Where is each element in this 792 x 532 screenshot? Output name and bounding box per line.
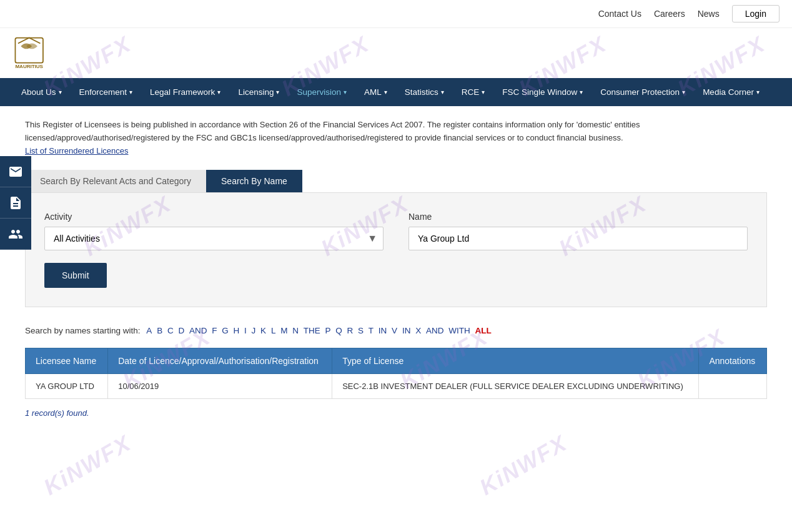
header: MAURITIUS [0, 28, 792, 78]
name-label: Name [408, 212, 748, 222]
fsc-logo: MAURITIUS [12, 34, 62, 72]
alpha-links-container: A B C D AND F G H I J K L M N THE P Q R … [145, 326, 492, 335]
alpha-link-all[interactable]: ALL [475, 326, 491, 335]
nav-item-supervision[interactable]: Supervision▾ [288, 78, 355, 106]
document-icon-btn[interactable] [0, 187, 31, 219]
page-content: This Register of Licensees is being publ… [0, 106, 792, 430]
alpha-link-j[interactable]: J [252, 326, 256, 335]
chevron-down-icon: ▾ [129, 89, 132, 96]
nav-item-aml[interactable]: AML▾ [355, 78, 396, 106]
alpha-link-d[interactable]: D [178, 326, 184, 335]
alpha-link-with[interactable]: WITH [448, 326, 470, 335]
nav-item-licensing[interactable]: Licensing▾ [229, 78, 288, 106]
table-body: YA GROUP LTD10/06/2019SEC-2.1B INVESTMEN… [26, 374, 767, 399]
alpha-link-b[interactable]: B [157, 326, 162, 335]
alpha-link-t[interactable]: T [369, 326, 374, 335]
activity-group: Activity All Activities ▼ [44, 212, 384, 250]
table-cell: SEC-2.1B INVESTMENT DEALER (FULL SERVICE… [332, 374, 699, 399]
alpha-link-n[interactable]: N [292, 326, 299, 335]
alpha-link-s[interactable]: S [358, 326, 364, 335]
alpha-link-m[interactable]: M [280, 326, 287, 335]
document-icon [8, 195, 23, 210]
chevron-down-icon: ▾ [441, 89, 444, 96]
alpha-link-x[interactable]: X [415, 326, 421, 335]
group-icon [8, 227, 23, 242]
group-icon-btn[interactable] [0, 219, 31, 250]
alpha-link-i[interactable]: I [244, 326, 247, 335]
email-icon-btn[interactable] [0, 156, 31, 187]
tab-search-by-name[interactable]: Search By Name [206, 170, 302, 192]
nav-item-consumer-protection[interactable]: Consumer Protection▾ [592, 78, 694, 106]
alpha-link-k[interactable]: K [260, 326, 266, 335]
alpha-link-h[interactable]: H [234, 326, 240, 335]
col-header: Licensee Name [26, 348, 108, 374]
tab-acts-category[interactable]: Search By Relevant Acts and Category [25, 170, 206, 192]
name-group: Name [408, 212, 748, 250]
activity-select[interactable]: All Activities [44, 227, 384, 250]
activity-select-wrapper: All Activities ▼ [44, 227, 384, 250]
col-header: Date of Licence/Approval/Authorisation/R… [108, 348, 332, 374]
alpha-search-prefix: Search by names starting with: [25, 326, 141, 335]
table-cell: YA GROUP LTD [26, 374, 108, 399]
chevron-down-icon: ▾ [217, 89, 220, 96]
alpha-link-q[interactable]: Q [335, 326, 342, 335]
nav-item-media-corner[interactable]: Media Corner▾ [694, 78, 768, 106]
table-cell [699, 374, 767, 399]
alpha-link-and[interactable]: AND [426, 326, 444, 335]
chevron-down-icon: ▾ [580, 89, 583, 96]
email-icon [8, 164, 23, 179]
chevron-down-icon: ▾ [482, 89, 485, 96]
alpha-link-c[interactable]: C [167, 326, 174, 335]
activity-label: Activity [44, 212, 384, 222]
table-row: YA GROUP LTD10/06/2019SEC-2.1B INVESTMEN… [26, 374, 767, 399]
info-text: This Register of Licensees is being publ… [25, 119, 767, 157]
records-found: 1 record(s) found. [25, 408, 767, 418]
chevron-down-icon: ▾ [756, 89, 760, 96]
news-link[interactable]: News [698, 9, 720, 19]
alpha-link-l[interactable]: L [271, 326, 276, 335]
name-input[interactable] [408, 227, 748, 250]
surrendered-licences-link[interactable]: List of Surrendered Licences [25, 146, 128, 155]
search-tabs: Search By Relevant Acts and Category Sea… [25, 170, 767, 192]
alpha-search: Search by names starting with: A B C D A… [25, 326, 767, 335]
chevron-down-icon: ▾ [59, 89, 62, 96]
table-header: Licensee NameDate of Licence/Approval/Au… [26, 348, 767, 374]
svg-rect-0 [15, 38, 42, 63]
contact-us-link[interactable]: Contact Us [598, 9, 641, 19]
sidebar-icons [0, 156, 31, 250]
nav-item-fsc-single-window[interactable]: FSC Single Window▾ [493, 78, 592, 106]
alpha-link-g[interactable]: G [222, 326, 229, 335]
form-row: Activity All Activities ▼ Name [44, 212, 748, 250]
col-header: Annotations [699, 348, 767, 374]
alpha-link-f[interactable]: F [212, 326, 217, 335]
svg-text:MAURITIUS: MAURITIUS [15, 64, 43, 69]
alpha-link-and[interactable]: AND [189, 326, 207, 335]
chevron-down-icon: ▾ [682, 89, 685, 96]
nav-item-enforcement[interactable]: Enforcement▾ [71, 78, 142, 106]
results-table: Licensee NameDate of Licence/Approval/Au… [25, 348, 767, 399]
logo-container[interactable]: MAURITIUS [12, 34, 62, 72]
nav-item-about-us[interactable]: About Us▾ [12, 78, 71, 106]
alpha-link-the[interactable]: THE [304, 326, 320, 335]
table-cell: 10/06/2019 [108, 374, 332, 399]
careers-link[interactable]: Careers [654, 9, 685, 19]
login-button[interactable]: Login [732, 5, 780, 22]
submit-button[interactable]: Submit [44, 263, 107, 288]
nav-item-legal-framework[interactable]: Legal Framework▾ [141, 78, 229, 106]
chevron-down-icon: ▾ [344, 89, 347, 96]
main-nav: About Us▾Enforcement▾Legal Framework▾Lic… [0, 78, 792, 106]
alpha-link-p[interactable]: P [325, 326, 330, 335]
alpha-link-r[interactable]: R [347, 326, 354, 335]
col-header: Type of License [332, 348, 699, 374]
nav-item-rce[interactable]: RCE▾ [453, 78, 494, 106]
alpha-link-in[interactable]: IN [379, 326, 387, 335]
alpha-link-v[interactable]: V [392, 326, 397, 335]
chevron-down-icon: ▾ [276, 89, 279, 96]
alpha-link-in[interactable]: IN [402, 326, 411, 335]
nav-item-statistics[interactable]: Statistics▾ [396, 78, 453, 106]
search-form: Activity All Activities ▼ Name Submit [25, 192, 767, 307]
alpha-link-a[interactable]: A [146, 326, 152, 335]
top-bar: Contact Us Careers News Login [0, 0, 792, 28]
chevron-down-icon: ▾ [384, 89, 387, 96]
